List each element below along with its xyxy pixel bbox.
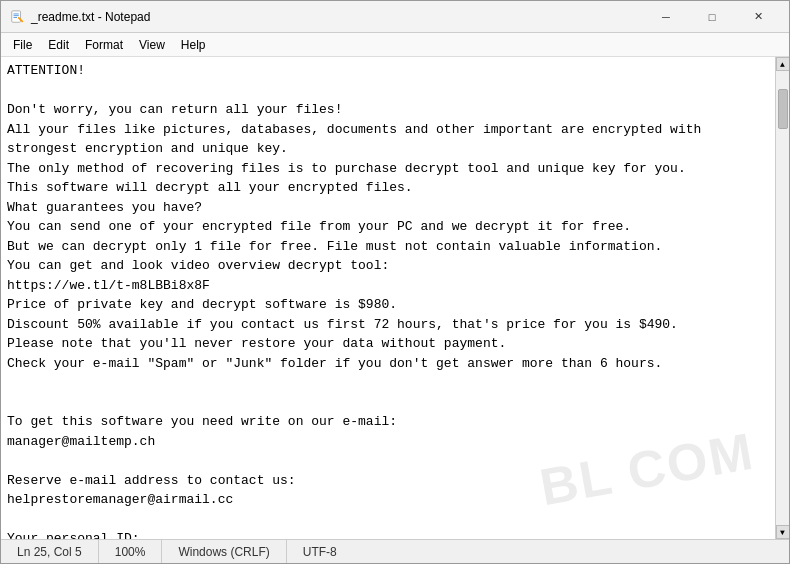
- text-content: ATTENTION! Don't worry, you can return a…: [7, 61, 769, 539]
- menu-view[interactable]: View: [131, 36, 173, 54]
- maximize-button[interactable]: □: [689, 1, 735, 33]
- app-icon: [9, 9, 25, 25]
- title-bar: _readme.txt - Notepad ─ □ ✕: [1, 1, 789, 33]
- status-line-ending: Windows (CRLF): [162, 540, 286, 563]
- scrollbar[interactable]: ▲ ▼: [775, 57, 789, 539]
- scroll-up-arrow[interactable]: ▲: [776, 57, 790, 71]
- window-controls: ─ □ ✕: [643, 1, 781, 33]
- menu-file[interactable]: File: [5, 36, 40, 54]
- notepad-window: _readme.txt - Notepad ─ □ ✕ File Edit Fo…: [0, 0, 790, 564]
- content-area: ATTENTION! Don't worry, you can return a…: [1, 57, 789, 539]
- menu-format[interactable]: Format: [77, 36, 131, 54]
- svg-rect-3: [14, 17, 18, 18]
- scroll-down-arrow[interactable]: ▼: [776, 525, 790, 539]
- svg-rect-1: [14, 13, 19, 14]
- menu-edit[interactable]: Edit: [40, 36, 77, 54]
- minimize-button[interactable]: ─: [643, 1, 689, 33]
- status-zoom: 100%: [99, 540, 163, 563]
- svg-rect-0: [12, 10, 21, 21]
- scrollbar-thumb[interactable]: [778, 89, 788, 129]
- menu-help[interactable]: Help: [173, 36, 214, 54]
- svg-rect-2: [14, 15, 19, 16]
- status-line-col: Ln 25, Col 5: [1, 540, 99, 563]
- status-encoding: UTF-8: [287, 540, 353, 563]
- close-button[interactable]: ✕: [735, 1, 781, 33]
- status-bar: Ln 25, Col 5 100% Windows (CRLF) UTF-8: [1, 539, 789, 563]
- window-title: _readme.txt - Notepad: [31, 10, 643, 24]
- text-area[interactable]: ATTENTION! Don't worry, you can return a…: [1, 57, 775, 539]
- menu-bar: File Edit Format View Help: [1, 33, 789, 57]
